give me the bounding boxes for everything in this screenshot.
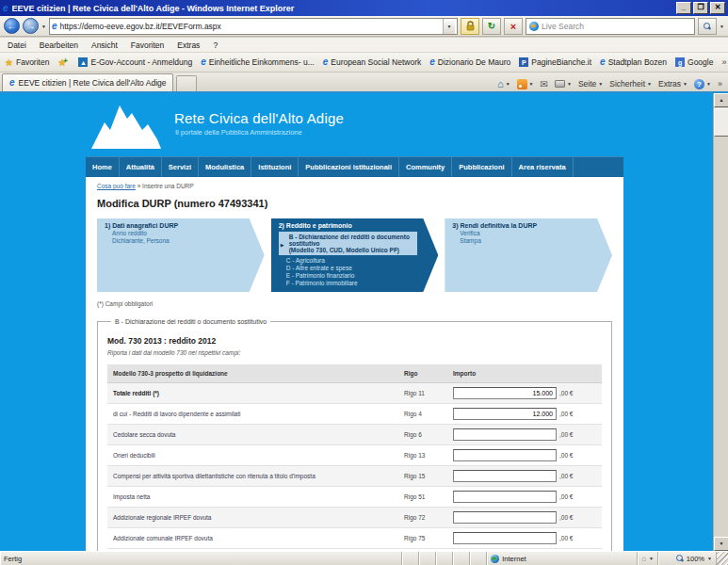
- breadcrumb-current: Inserire una DURP: [142, 183, 194, 189]
- new-tab-button[interactable]: [176, 75, 197, 91]
- status-cell: [419, 552, 436, 565]
- favorites-overflow-icon[interactable]: »: [721, 57, 726, 67]
- amount-input-rigo75[interactable]: [453, 532, 557, 544]
- favorites-label: Favoriten: [16, 57, 49, 67]
- tools-menu-button[interactable]: Extras▼: [658, 79, 688, 89]
- menu-extras[interactable]: Extras: [177, 40, 200, 50]
- minimize-button[interactable]: _: [676, 2, 691, 14]
- step2-active-item[interactable]: ▶ B - Dichiarazione dei redditi o docume…: [279, 232, 418, 255]
- protected-mode-button[interactable]: ⌂ ▼: [638, 552, 658, 565]
- home-button[interactable]: ⌂▼: [497, 78, 510, 89]
- amount-input-rigo11[interactable]: [453, 387, 557, 399]
- vertical-scrollbar[interactable]: ▲ ▼: [713, 93, 728, 551]
- search-placeholder: Live Search: [542, 22, 691, 31]
- url-text[interactable]: https://demo-eeve.egov.bz.it/EEVEForm.as…: [60, 22, 441, 31]
- favorite-egov-account[interactable]: ▲ E-Gov-Account - Anmeldung: [78, 57, 192, 67]
- nav-attualita[interactable]: Attualità: [120, 157, 162, 177]
- amount-input-rigo4[interactable]: [453, 408, 557, 420]
- menu-ansicht[interactable]: Ansicht: [91, 40, 118, 50]
- step2-item-altre-entrate[interactable]: D - Altre entrate e spese: [279, 265, 418, 271]
- command-overflow-icon[interactable]: »: [718, 79, 722, 89]
- safety-menu-button[interactable]: Sicherheit▼: [609, 79, 652, 89]
- ie-favicon-icon: e: [600, 57, 606, 67]
- step3-item-verifica[interactable]: Verifica: [452, 230, 591, 236]
- scrollbar-thumb[interactable]: [714, 108, 728, 137]
- zoom-control[interactable]: 100% ▼: [658, 552, 717, 565]
- step3-item-stampa[interactable]: Stampa: [452, 237, 591, 244]
- favorite-einheitliche[interactable]: e Einheitliche Einkommens- u...: [201, 57, 315, 67]
- step2-item-patrimonio-immobiliare[interactable]: F - Patrimonio immobiliare: [279, 280, 418, 286]
- search-options-icon[interactable]: ▼: [720, 24, 724, 29]
- favorite-paginebianche[interactable]: P PagineBianche.it: [519, 57, 591, 67]
- site-header: Rete Civica dell'Alto Adige Il portale d…: [86, 93, 623, 156]
- address-dropdown-icon[interactable]: ▼: [443, 19, 455, 34]
- tab-bar: e EEVE citizien | Rete Civica dell'Alto …: [0, 73, 728, 93]
- favorite-google[interactable]: g Google: [675, 57, 713, 67]
- wizard-step-1[interactable]: 1) Dati anagrafici DURP Anno reddito Dic…: [97, 218, 265, 292]
- scroll-down-icon[interactable]: ▼: [714, 537, 728, 551]
- caret-icon: ▼: [683, 81, 688, 87]
- nav-community[interactable]: Community: [399, 157, 452, 177]
- close-button[interactable]: ✕: [710, 2, 725, 14]
- google-favicon-icon: g: [675, 57, 685, 67]
- search-input[interactable]: Live Search: [526, 18, 695, 35]
- nav-area-riservata[interactable]: Area riservata: [512, 157, 574, 177]
- search-icon: [704, 23, 711, 30]
- menu-help[interactable]: ?: [213, 40, 218, 50]
- add-favorite-icon[interactable]: ★: [57, 57, 70, 68]
- forward-button[interactable]: →: [23, 18, 39, 34]
- page-menu-button[interactable]: Seite▼: [578, 79, 603, 89]
- wizard-step-2[interactable]: 2) Reddito e patrimonio ▶ B - Dichiarazi…: [271, 218, 439, 292]
- search-go-button[interactable]: [698, 18, 717, 35]
- feeds-button[interactable]: ▼: [517, 79, 534, 89]
- row-rigo: Rigo 11: [404, 390, 453, 396]
- menu-bearbeiten[interactable]: Bearbeiten: [40, 40, 78, 50]
- history-dropdown-icon[interactable]: ▼: [41, 24, 46, 29]
- step2-item-agricoltura[interactable]: C - Agricoltura: [279, 257, 418, 264]
- row-rigo: Rigo 13: [404, 452, 453, 459]
- back-button[interactable]: ←: [4, 18, 20, 34]
- nav-pubblicazioni-istituzionali[interactable]: Pubblicazioni istituzionali: [299, 157, 399, 177]
- amount-input-rigo15[interactable]: [453, 470, 557, 482]
- status-cell: [470, 552, 487, 565]
- step2-item-patrimonio-finanziario[interactable]: E - Patrimonio finanziario: [279, 272, 418, 279]
- menu-datei[interactable]: Datei: [8, 40, 26, 50]
- resize-grip[interactable]: [717, 552, 728, 565]
- address-input[interactable]: e https://demo-eeve.egov.bz.it/EEVEForm.…: [49, 18, 458, 35]
- scroll-up-icon[interactable]: ▲: [714, 93, 728, 107]
- amount-suffix: ,00 €: [559, 493, 573, 500]
- amount-input-rigo72[interactable]: [453, 511, 557, 524]
- zone-label: Internet: [502, 555, 526, 563]
- step1-item-anno[interactable]: Anno reddito: [105, 230, 244, 236]
- refresh-button[interactable]: ↻: [482, 18, 501, 35]
- favorite-dizionario[interactable]: e Dizionario De Mauro: [429, 57, 510, 67]
- amount-input-rigo6[interactable]: [453, 428, 557, 441]
- breadcrumb-link[interactable]: Cosa può fare: [97, 183, 136, 189]
- nav-modulistica[interactable]: Modulistica: [199, 157, 251, 177]
- nav-istituzioni[interactable]: Istituzioni: [251, 157, 299, 177]
- tab-active[interactable]: e EEVE citizien | Rete Civica dell'Alto …: [2, 73, 173, 91]
- restore-button[interactable]: ❐: [693, 2, 708, 14]
- menu-favoriten[interactable]: Favoriten: [131, 40, 164, 50]
- help-button[interactable]: ?▼: [694, 79, 711, 89]
- favorite-esn[interactable]: e European Social Network: [323, 57, 421, 67]
- row-label: Addizionale regionale IRPEF dovuta: [113, 514, 404, 521]
- security-lock-icon[interactable]: [461, 18, 479, 35]
- status-page-icon: ⌂: [641, 555, 646, 563]
- stop-button[interactable]: ×: [504, 18, 523, 35]
- wizard-step-3[interactable]: 3) Rendi definitiva la DURP Verifica Sta…: [445, 218, 612, 292]
- nav-servizi[interactable]: Servizi: [162, 157, 199, 177]
- nav-home[interactable]: Home: [86, 157, 120, 177]
- header-rigo: Rigo: [404, 370, 453, 377]
- table-row: Imposta netta Rigo 51 ,00 €: [107, 487, 602, 508]
- favorite-label: Dizionario De Mauro: [438, 57, 510, 67]
- amount-input-rigo13[interactable]: [453, 449, 557, 461]
- step1-item-dichiarante[interactable]: Dichiarante, Persona: [105, 237, 244, 244]
- favorite-stadtplan[interactable]: e Stadtplan Bozen: [600, 57, 667, 67]
- row-label: Addizionale comunale IRPEF dovuta: [113, 535, 404, 541]
- print-button[interactable]: ▼: [555, 80, 572, 88]
- favorites-button[interactable]: ★ Favoriten: [5, 57, 49, 68]
- amount-input-rigo51[interactable]: [453, 491, 557, 503]
- nav-pubblicazioni[interactable]: Pubblicazioni: [452, 157, 511, 177]
- mail-button[interactable]: ✉: [541, 79, 548, 89]
